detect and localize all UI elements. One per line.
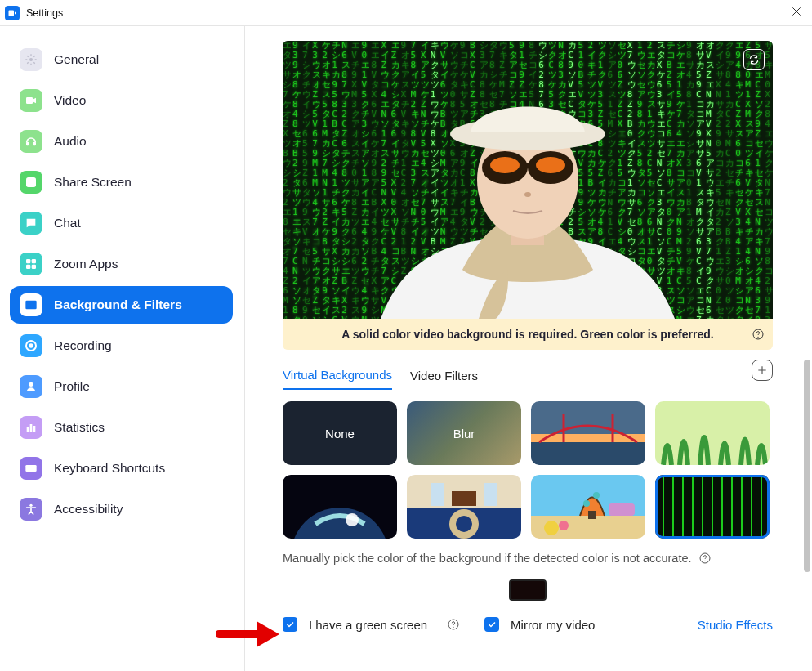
bg-thumb-none[interactable]: None <box>283 401 397 465</box>
sidebar-item-shortcuts[interactable]: Keyboard Shortcuts <box>10 450 233 487</box>
studio-effects-link[interactable]: Studio Effects <box>698 618 773 632</box>
rotate-camera-icon[interactable] <box>743 49 765 70</box>
background-thumbnails: None Blur <box>283 401 781 539</box>
bg-thumb-blur-label: Blur <box>453 427 475 441</box>
profile-icon <box>20 375 42 398</box>
video-icon <box>20 89 42 112</box>
mirror-video-label: Mirror my video <box>511 618 595 632</box>
svg-point-30 <box>536 157 565 173</box>
svg-point-32 <box>524 192 531 197</box>
background-color-swatch[interactable] <box>509 579 547 601</box>
options-row: I have a green screen Mirror my video St… <box>283 617 773 632</box>
tabs-row: Virtual Backgrounds Video Filters <box>283 350 773 390</box>
sidebar-item-label: Accessibility <box>54 502 123 517</box>
sidebar-item-stats[interactable]: Statistics <box>10 409 233 446</box>
general-icon <box>20 48 42 71</box>
main-panel: エ タ ツ サ シ 7 ケ オ Z X ツ B ウ シ 2 ウ 2 エ 8 セ … <box>245 26 812 671</box>
shortcuts-icon <box>20 457 42 480</box>
stats-icon <box>20 416 42 439</box>
a11y-icon <box>20 498 42 521</box>
audio-icon <box>20 130 42 153</box>
bg-thumb-blur[interactable]: Blur <box>407 401 521 465</box>
add-background-button[interactable] <box>752 360 773 381</box>
svg-point-0 <box>29 58 33 61</box>
svg-rect-19 <box>29 467 30 467</box>
svg-rect-15 <box>30 424 33 432</box>
svg-point-23 <box>29 504 32 507</box>
sidebar-item-chat[interactable]: Chat <box>10 204 233 242</box>
svg-rect-7 <box>26 265 30 269</box>
apps-icon <box>20 253 42 275</box>
bg-thumb-oval-office[interactable] <box>407 475 521 539</box>
info-banner: A solid color video background is requir… <box>283 319 773 350</box>
svg-rect-47 <box>484 483 497 506</box>
sidebar-item-label: Video <box>54 93 86 108</box>
chat-icon <box>20 212 42 235</box>
svg-point-41 <box>346 513 359 526</box>
svg-rect-18 <box>27 467 28 467</box>
svg-point-13 <box>29 382 33 387</box>
svg-rect-48 <box>452 491 476 506</box>
svg-point-55 <box>544 521 559 535</box>
titlebar: Settings <box>0 0 812 26</box>
svg-rect-5 <box>26 259 30 263</box>
video-preview: エ タ ツ サ シ 7 ケ オ Z X ツ B ウ シ 2 ウ 2 エ 8 セ … <box>283 41 773 319</box>
green-screen-label: I have a green screen <box>309 618 427 632</box>
annotation-arrow <box>216 618 281 653</box>
sidebar-item-a11y[interactable]: Accessibility <box>10 490 233 528</box>
svg-point-29 <box>490 157 520 173</box>
sidebar: GeneralVideoAudioShare ScreenChatZoom Ap… <box>0 26 245 671</box>
help-icon[interactable] <box>752 328 765 341</box>
svg-point-61 <box>453 627 453 628</box>
zoom-app-icon <box>5 6 20 20</box>
sidebar-item-audio[interactable]: Audio <box>10 123 233 160</box>
svg-rect-1 <box>26 97 33 104</box>
close-icon[interactable] <box>789 4 804 21</box>
bg-thumb-matrix[interactable] <box>655 475 770 539</box>
mirror-video-checkbox[interactable] <box>484 617 499 632</box>
help-icon[interactable] <box>698 552 712 565</box>
svg-rect-31 <box>524 163 532 168</box>
svg-point-51 <box>583 500 590 507</box>
sidebar-item-label: General <box>54 52 99 67</box>
sidebar-item-label: Keyboard Shortcuts <box>54 461 165 476</box>
sidebar-item-apps[interactable]: Zoom Apps <box>10 245 233 283</box>
sidebar-item-recording[interactable]: Recording <box>10 327 233 365</box>
svg-rect-46 <box>431 483 444 506</box>
svg-point-34 <box>757 337 758 338</box>
svg-point-59 <box>704 561 705 561</box>
sidebar-item-general[interactable]: General <box>10 41 233 78</box>
sidebar-item-profile[interactable]: Profile <box>10 368 233 405</box>
svg-rect-20 <box>32 467 33 467</box>
scrollbar-thumb[interactable] <box>804 360 810 572</box>
svg-rect-8 <box>32 265 36 269</box>
svg-point-45 <box>456 516 472 532</box>
bg-thumb-grass[interactable] <box>655 401 770 465</box>
tab-video-filters[interactable]: Video Filters <box>410 369 478 389</box>
info-banner-text: A solid color video background is requir… <box>341 328 713 341</box>
tab-virtual-backgrounds[interactable]: Virtual Backgrounds <box>283 368 392 390</box>
sidebar-item-video[interactable]: Video <box>10 82 233 119</box>
bg-thumb-cartoon[interactable] <box>531 475 645 539</box>
svg-rect-3 <box>33 142 36 146</box>
sidebar-item-label: Zoom Apps <box>54 257 118 271</box>
bg-thumb-earth[interactable] <box>283 475 397 539</box>
green-screen-checkbox[interactable] <box>283 617 297 632</box>
color-swatch-row <box>283 579 773 601</box>
bg-thumb-bridge[interactable] <box>531 401 645 465</box>
sidebar-item-label: Audio <box>54 134 87 149</box>
sidebar-item-bgfilters[interactable]: Background & Filters <box>10 286 233 324</box>
help-icon[interactable] <box>447 618 460 631</box>
sidebar-item-label: Share Screen <box>54 175 132 190</box>
svg-rect-37 <box>531 442 645 465</box>
svg-rect-16 <box>33 426 36 432</box>
bg-thumb-none-label: None <box>325 427 355 441</box>
sidebar-item-label: Recording <box>54 338 112 353</box>
svg-rect-22 <box>29 469 34 470</box>
share-icon <box>20 171 42 194</box>
color-pick-hint-text: Manually pick the color of the backgroun… <box>283 552 692 565</box>
recording-icon <box>20 334 42 357</box>
svg-point-56 <box>559 521 569 530</box>
sidebar-item-share[interactable]: Share Screen <box>10 163 233 201</box>
sidebar-item-label: Statistics <box>54 420 105 435</box>
